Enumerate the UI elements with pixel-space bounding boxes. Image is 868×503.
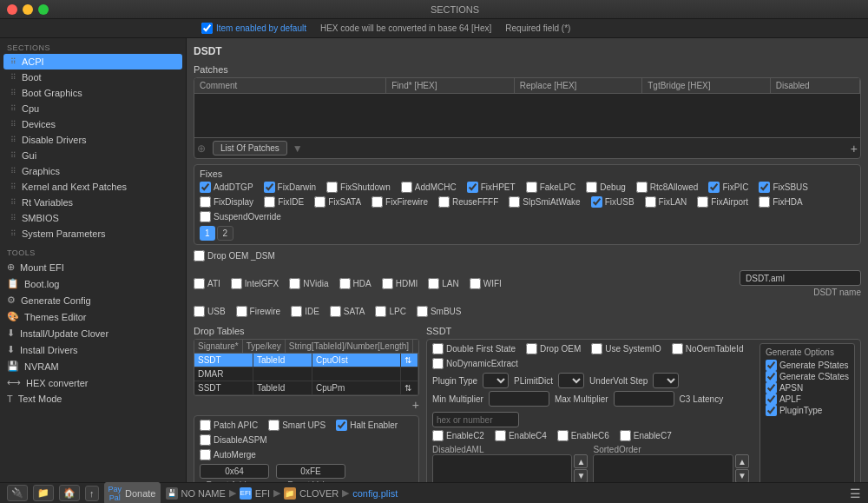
undervolt-step-select[interactable]	[653, 373, 679, 388]
auto-merge-cb[interactable]	[200, 449, 211, 460]
sidebar-item-boot-graphics[interactable]: ⠿ Boot Graphics	[3, 85, 182, 101]
fix-suspendOverride-checkbox[interactable]	[200, 211, 211, 222]
list-of-patches-button[interactable]: List Of Patches	[213, 141, 287, 156]
sidebar-tool-themes-editor[interactable]: 🎨 Themes Editor	[0, 308, 186, 325]
sidebar-item-rt-variables[interactable]: ⠿ Rt Variables	[3, 195, 182, 210]
enable-c7-cb[interactable]	[620, 430, 631, 441]
sidebar-tool-gen-config[interactable]: ⚙ Generate Config	[0, 292, 186, 308]
sidebar-tool-text-mode[interactable]: T Text Mode	[0, 391, 186, 407]
sidebar-tool-nvram[interactable]: 💾 NVRAM	[0, 358, 186, 374]
patches-add-btn[interactable]: +	[851, 142, 858, 156]
fix-fixDarwin-checkbox[interactable]	[264, 182, 275, 193]
item-enabled-checkbox[interactable]	[201, 23, 213, 34]
status-btn-2[interactable]: 📁	[33, 485, 54, 501]
fix-slpSmiAtWake-checkbox[interactable]	[509, 196, 520, 208]
fix-fixSATA-checkbox[interactable]	[314, 196, 326, 208]
smart-ups-cb[interactable]	[268, 420, 279, 431]
sidebar-item-disable-drivers[interactable]: ⠿ Disable Drivers	[3, 132, 182, 148]
sidebar-item-devices[interactable]: ⠿ Devices	[3, 116, 182, 132]
sorted-order-up-btn[interactable]: ▲	[735, 454, 749, 468]
min-mult-input[interactable]	[489, 391, 549, 407]
fix-debug-checkbox[interactable]	[586, 182, 597, 193]
check-lpc-cb[interactable]	[375, 306, 386, 317]
sidebar-item-boot[interactable]: ⠿ Boot	[3, 69, 182, 85]
disabled-aml-down-btn[interactable]: ▼	[574, 469, 588, 483]
fix-fixSBUS-checkbox[interactable]	[759, 182, 770, 193]
disabled-aml-up-btn[interactable]: ▲	[574, 454, 588, 468]
list-left-btn[interactable]: ⊕	[197, 142, 206, 155]
c3-latency-input[interactable]	[432, 412, 519, 427]
sidebar-item-gui[interactable]: ⠿ Gui	[3, 148, 182, 163]
no-dynamic-extract-cb[interactable]	[432, 358, 444, 369]
check-smbus-cb[interactable]	[417, 306, 428, 317]
fix-fakeLPC-checkbox[interactable]	[526, 182, 537, 193]
fix-addDTGP-checkbox[interactable]	[200, 182, 211, 193]
check-ati-cb[interactable]	[194, 278, 205, 289]
halt-enabler-cb[interactable]	[336, 420, 347, 431]
patch-apic-cb[interactable]	[200, 420, 211, 431]
check-usb-cb[interactable]	[194, 306, 205, 317]
sidebar-tool-install-drivers[interactable]: ⬇ Install Drivers	[0, 341, 186, 358]
fix-fixShutdown-checkbox[interactable]	[326, 182, 338, 193]
fix-fixIDE-checkbox[interactable]	[264, 196, 275, 208]
status-btn-home[interactable]: 🏠	[59, 485, 80, 501]
gen-plugintype-cb[interactable]	[766, 405, 777, 416]
window-controls[interactable]	[7, 4, 49, 15]
fix-fixDisplay-checkbox[interactable]	[200, 196, 211, 208]
enable-c2-cb[interactable]	[432, 430, 444, 441]
gen-apsn-cb[interactable]	[766, 382, 777, 394]
drop-oem-dsm-checkbox[interactable]	[194, 250, 205, 261]
fix-fixUSB-checkbox[interactable]	[591, 196, 602, 208]
fix-fixLAN-checkbox[interactable]	[645, 196, 656, 208]
reset-value-input[interactable]	[276, 464, 345, 479]
sidebar-tool-mount-efi[interactable]: ⊕ Mount EFI	[0, 259, 186, 275]
reset-address-input[interactable]	[200, 464, 269, 479]
fix-addMCHC-checkbox[interactable]	[401, 182, 412, 193]
gen-cstates-cb[interactable]	[766, 371, 777, 382]
dt-row-2[interactable]: SSDT TableId CpuPm ⇅	[194, 381, 418, 395]
check-lan-cb[interactable]	[428, 278, 439, 289]
hamburger-menu-button[interactable]: ☰	[850, 486, 861, 500]
plimit-dict-select[interactable]	[558, 373, 584, 388]
drop-oem-cb[interactable]	[526, 343, 537, 354]
sidebar-item-system-params[interactable]: ⠿ System Parameters	[3, 226, 182, 242]
no-oem-tableid-cb[interactable]	[672, 343, 683, 354]
list-arrow-btn[interactable]: ▼	[293, 142, 303, 155]
minimize-button[interactable]	[23, 4, 33, 15]
dsdt-name-input[interactable]	[740, 270, 861, 286]
fix-fixFirewire-checkbox[interactable]	[372, 196, 383, 208]
sidebar-item-cpu[interactable]: ⠿ Cpu	[3, 101, 182, 116]
enable-c6-cb[interactable]	[557, 430, 569, 441]
status-btn-share[interactable]: ↑	[85, 486, 99, 501]
double-first-state-cb[interactable]	[432, 343, 444, 354]
check-hda-cb[interactable]	[339, 278, 351, 289]
fix-rtc8Allowed-checkbox[interactable]	[636, 182, 648, 193]
sidebar-tool-install-clover[interactable]: ⬇ Install/Update Clover	[0, 325, 186, 341]
tab-2-button[interactable]: 2	[217, 226, 234, 241]
dt-add-button[interactable]: +	[412, 398, 419, 412]
check-nvidia-cb[interactable]	[289, 278, 300, 289]
use-systemio-cb[interactable]	[591, 343, 602, 354]
dt-row-0[interactable]: SSDT TableId CpuOIst ⇅	[194, 354, 418, 367]
status-paypal-btn[interactable]: PayPal Donate	[104, 482, 161, 504]
dt-row-1[interactable]: DMAR	[194, 367, 418, 381]
fix-reuseFFFF-checkbox[interactable]	[438, 196, 450, 208]
sidebar-item-kernel-kext[interactable]: ⠿ Kernel and Kext Patches	[3, 179, 182, 195]
sidebar-item-smbios[interactable]: ⠿ SMBIOS	[3, 210, 182, 226]
maximize-button[interactable]	[38, 4, 49, 15]
sidebar-item-acpi[interactable]: ⠿ ACPI	[3, 54, 182, 69]
max-mult-input[interactable]	[614, 391, 674, 407]
fix-fixHDA-checkbox[interactable]	[759, 196, 770, 208]
gen-pstates-cb[interactable]	[766, 360, 777, 371]
disable-aspm-cb[interactable]	[200, 434, 211, 446]
sidebar-tool-boot-log[interactable]: 📋 Boot.log	[0, 275, 186, 292]
check-intelgfx-cb[interactable]	[231, 278, 242, 289]
check-ide-cb[interactable]	[291, 306, 302, 317]
sidebar-item-graphics[interactable]: ⠿ Graphics	[3, 163, 182, 179]
check-firewire-cb[interactable]	[236, 306, 247, 317]
status-btn-1[interactable]: 🔌	[7, 485, 28, 501]
sidebar-tool-hex-converter[interactable]: ⟷ HEX converter	[0, 374, 186, 391]
fix-fixPIC-checkbox[interactable]	[708, 182, 720, 193]
check-sata-cb[interactable]	[330, 306, 341, 317]
check-hdmi-cb[interactable]	[382, 278, 393, 289]
